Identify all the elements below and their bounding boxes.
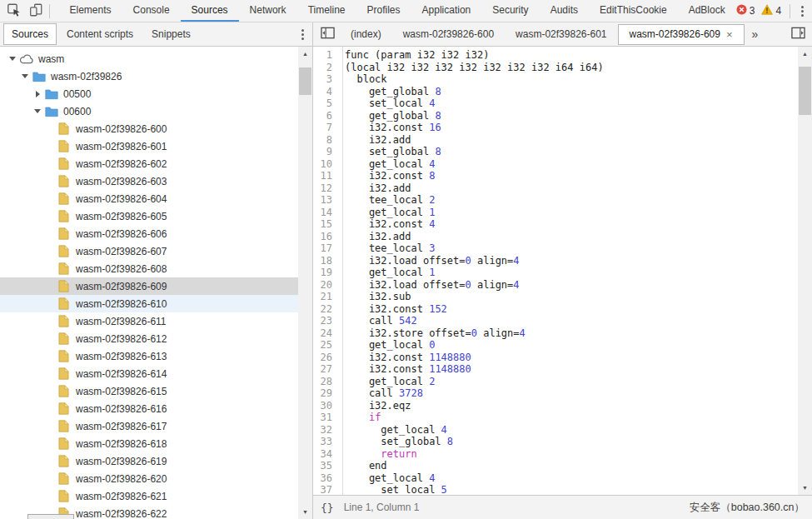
tab-elements[interactable]: Elements <box>59 0 122 22</box>
editor-scroll-track[interactable] <box>798 61 812 481</box>
line-number[interactable]: 6 <box>313 110 337 122</box>
navigator-scroll-track[interactable] <box>298 61 312 505</box>
line-number[interactable]: 2 <box>313 62 337 74</box>
line-number[interactable]: 32 <box>313 424 337 437</box>
tree-item-wasm-02f39826-602[interactable]: wasm-02f39826-602 <box>0 155 298 172</box>
line-number[interactable]: 15 <box>313 218 337 231</box>
tree-item-wasm-02f39826-600[interactable]: wasm-02f39826-600 <box>0 120 298 137</box>
tree-item-wasm-02f39826-617[interactable]: wasm-02f39826-617 <box>0 417 298 435</box>
editor-scroll-up-icon[interactable]: ▲ <box>798 47 812 61</box>
line-number[interactable]: 36 <box>313 472 337 485</box>
tree-item-wasm-02f39826-606[interactable]: wasm-02f39826-606 <box>0 225 298 242</box>
tree-item-wasm-02f39826-611[interactable]: wasm-02f39826-611 <box>0 312 298 330</box>
line-number[interactable]: 26 <box>313 352 337 364</box>
tree-item-wasm-02f39826-608[interactable]: wasm-02f39826-608 <box>0 260 298 277</box>
file-tab-wasm-02f39826-609[interactable]: wasm-02f39826-609× <box>618 24 745 45</box>
chevron-closed-icon[interactable] <box>32 91 43 97</box>
line-number[interactable]: 16 <box>313 231 337 243</box>
tab-application[interactable]: Application <box>411 0 482 22</box>
line-number[interactable]: 8 <box>313 134 337 147</box>
line-number[interactable]: 12 <box>313 182 337 195</box>
tree-item-wasm-02f39826-601[interactable]: wasm-02f39826-601 <box>0 137 298 155</box>
line-number[interactable]: 27 <box>313 363 337 376</box>
line-number[interactable]: 37 <box>313 484 337 495</box>
tab-sources[interactable]: Sources <box>181 0 239 22</box>
close-tab-icon[interactable]: × <box>726 29 733 40</box>
tree-item-wasm[interactable]: wasm <box>0 50 298 67</box>
tree-item-wasm-02f39826[interactable]: wasm-02f39826 <box>0 67 298 85</box>
tree-item-wasm-02f39826-621[interactable]: wasm-02f39826-621 <box>0 487 298 505</box>
tab-adblock[interactable]: AdBlock <box>678 0 736 22</box>
line-number[interactable]: 9 <box>313 146 337 158</box>
editor-scroll-down-icon[interactable]: ▼ <box>798 481 812 495</box>
chevron-open-icon[interactable] <box>7 57 18 61</box>
toggle-navigator-button[interactable] <box>315 22 340 46</box>
tab-audits[interactable]: Audits <box>540 0 589 22</box>
navigator-menu-button[interactable] <box>293 29 312 40</box>
navigator-tab-snippets[interactable]: Snippets <box>143 23 199 45</box>
tree-item-00500[interactable]: 00500 <box>0 85 298 102</box>
tree-item-00600[interactable]: 00600 <box>0 102 298 120</box>
line-number[interactable]: 21 <box>313 291 337 303</box>
tree-item-wasm-02f39826-616[interactable]: wasm-02f39826-616 <box>0 400 298 417</box>
tab-overflow-button[interactable]: » <box>745 27 766 41</box>
line-number[interactable]: 20 <box>313 279 337 292</box>
file-tab-wasm-02f39826-601[interactable]: wasm-02f39826-601 <box>505 22 617 46</box>
line-number[interactable]: 22 <box>313 303 337 316</box>
line-number[interactable]: 24 <box>313 327 337 340</box>
line-number[interactable]: 33 <box>313 436 337 448</box>
tab-profiles[interactable]: Profiles <box>356 0 411 22</box>
tree-item-wasm-02f39826-615[interactable]: wasm-02f39826-615 <box>0 382 298 400</box>
line-number[interactable]: 25 <box>313 339 337 352</box>
line-number[interactable]: 10 <box>313 158 337 171</box>
chevron-open-icon[interactable] <box>32 109 43 113</box>
navigator-scroll-thumb[interactable] <box>299 67 311 95</box>
tree-item-wasm-02f39826-607[interactable]: wasm-02f39826-607 <box>0 242 298 260</box>
line-number[interactable]: 34 <box>313 448 337 461</box>
tab-network[interactable]: Network <box>239 0 297 22</box>
line-number[interactable]: 11 <box>313 170 337 182</box>
toggle-debugger-sidebar-button[interactable] <box>785 22 810 46</box>
line-number[interactable]: 29 <box>313 387 337 400</box>
line-number[interactable]: 13 <box>313 194 337 207</box>
line-number[interactable]: 28 <box>313 376 337 388</box>
line-number[interactable]: 3 <box>313 73 337 86</box>
navigator-hscroll-thumb[interactable] <box>27 514 74 519</box>
tree-item-wasm-02f39826-610[interactable]: wasm-02f39826-610 <box>0 295 298 312</box>
pretty-print-button[interactable]: {} <box>321 502 334 514</box>
tab-timeline[interactable]: Timeline <box>297 0 356 22</box>
line-number[interactable]: 7 <box>313 122 337 134</box>
tree-item-wasm-02f39826-612[interactable]: wasm-02f39826-612 <box>0 330 298 347</box>
line-number[interactable]: 30 <box>313 400 337 412</box>
line-number[interactable]: 17 <box>313 242 337 255</box>
editor-scroll-thumb[interactable] <box>799 67 811 115</box>
scroll-up-icon[interactable]: ▲ <box>298 47 312 61</box>
console-badges[interactable]: 3 4 <box>736 4 787 17</box>
navigator-scrollbar[interactable]: ▲ ▼ <box>298 47 312 519</box>
line-number[interactable]: 5 <box>313 97 337 110</box>
line-number[interactable]: 23 <box>313 315 337 327</box>
device-toolbar-button[interactable] <box>25 0 47 22</box>
tree-item-wasm-02f39826-605[interactable]: wasm-02f39826-605 <box>0 207 298 225</box>
devtools-menu-button[interactable] <box>793 6 812 17</box>
tree-item-wasm-02f39826-614[interactable]: wasm-02f39826-614 <box>0 365 298 382</box>
tree-item-wasm-02f39826-619[interactable]: wasm-02f39826-619 <box>0 452 298 470</box>
tree-item-wasm-02f39826-613[interactable]: wasm-02f39826-613 <box>0 347 298 365</box>
line-number[interactable]: 4 <box>313 86 337 98</box>
file-tab-index[interactable]: (index) <box>340 22 392 46</box>
line-number[interactable]: 31 <box>313 412 337 424</box>
line-number[interactable]: 35 <box>313 460 337 472</box>
tab-editthiscookie[interactable]: EditThisCookie <box>589 0 678 22</box>
tree-item-wasm-02f39826-609[interactable]: wasm-02f39826-609 <box>0 277 298 295</box>
tab-console[interactable]: Console <box>122 0 181 22</box>
navigator-tab-sources[interactable]: Sources <box>3 23 57 45</box>
chevron-open-icon[interactable] <box>19 74 31 78</box>
file-tab-wasm-02f39826-600[interactable]: wasm-02f39826-600 <box>392 22 505 46</box>
code-viewer[interactable]: 1func (param i32 i32 i32)2(local i32 i32… <box>313 47 798 495</box>
line-number[interactable]: 14 <box>313 207 337 219</box>
tree-item-wasm-02f39826-604[interactable]: wasm-02f39826-604 <box>0 190 298 207</box>
editor-scrollbar[interactable]: ▲ ▼ <box>798 47 812 495</box>
tab-security[interactable]: Security <box>481 0 539 22</box>
line-number[interactable]: 19 <box>313 267 337 279</box>
inspect-element-button[interactable] <box>3 0 25 22</box>
